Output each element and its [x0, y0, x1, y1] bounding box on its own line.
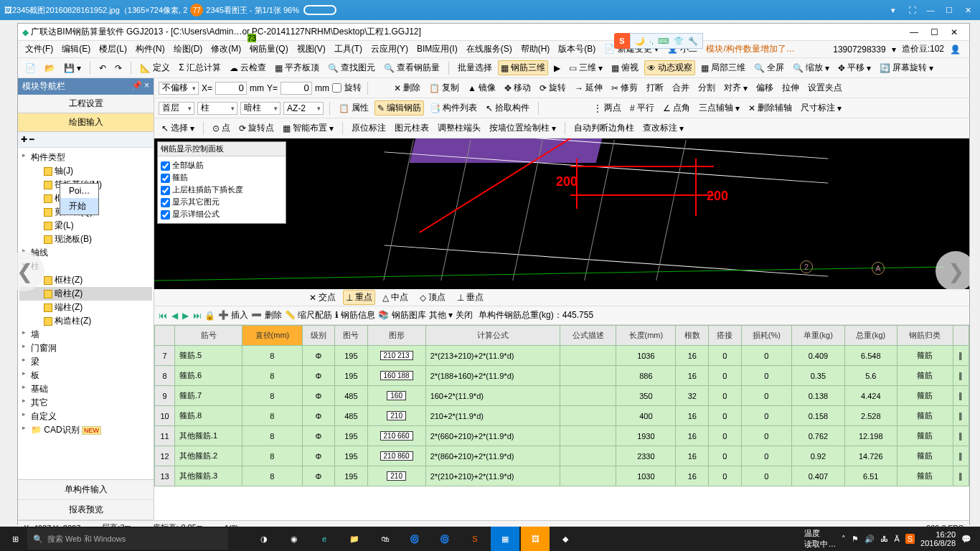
fullscreen-button[interactable]: 🔍 全屏: [751, 60, 787, 75]
other-button[interactable]: 其他 ▾: [429, 309, 453, 321]
cloud-check-button[interactable]: ☁ 云检查: [227, 60, 269, 75]
cell[interactable]: 0.138: [792, 386, 844, 406]
rebar-table[interactable]: 筋号直径(mm)级别图号图形计算公式公式描述长度(mm)根数搭接损耗(%)单重(…: [154, 325, 969, 520]
cell[interactable]: 箍筋: [897, 386, 953, 406]
col-header[interactable]: 搭接: [709, 326, 742, 346]
cell[interactable]: 11: [155, 426, 175, 446]
rebar-qty-button[interactable]: 🔍 查看钢筋量: [381, 60, 443, 75]
point-button[interactable]: ⊙ 点: [209, 121, 233, 136]
cell[interactable]: 箍筋: [897, 366, 953, 386]
tree-leaf-selected[interactable]: 暗柱(Z): [19, 287, 152, 301]
tree-node-wallhole[interactable]: 门窗洞: [19, 342, 152, 355]
rebar-display-panel[interactable]: 钢筋显示控制面板 全部纵筋 箍筋 上层柱插筋下插长度 显示其它图元 显示详细公式: [157, 141, 286, 224]
sum-button[interactable]: Σ 汇总计算: [176, 60, 224, 75]
nav-single-input[interactable]: 单构件输入: [18, 480, 154, 500]
cell[interactable]: 0.409: [792, 346, 844, 366]
cell[interactable]: 350: [616, 386, 676, 406]
cell[interactable]: ‖: [953, 426, 969, 446]
cell[interactable]: 0.35: [792, 366, 844, 386]
tree-node-slab[interactable]: 板: [19, 369, 152, 382]
close-button[interactable]: 关闭: [456, 309, 473, 321]
viewer-maximize-icon[interactable]: ☐: [941, 4, 957, 17]
tray-notifications-icon[interactable]: 💬: [961, 534, 971, 544]
cell[interactable]: ‖: [953, 386, 969, 406]
select-button[interactable]: ↖ 选择 ▾: [159, 121, 197, 136]
rotpoint-button[interactable]: ⟳ 旋转点: [236, 121, 277, 136]
y-input[interactable]: [281, 82, 312, 95]
cell[interactable]: 195: [335, 466, 368, 486]
task-edge-icon[interactable]: e: [310, 527, 339, 551]
nav-pin-icon[interactable]: 📌: [131, 80, 142, 90]
zoom-button[interactable]: 🔍 缩放 ▾: [790, 60, 832, 75]
find-button[interactable]: 🔍 查找图元: [325, 60, 378, 75]
viewer-prev-arrow[interactable]: ❮: [4, 251, 44, 291]
cell[interactable]: 485: [335, 406, 368, 426]
cell[interactable]: 32: [676, 386, 709, 406]
cell[interactable]: ‖: [953, 466, 969, 486]
cell[interactable]: 195: [335, 366, 368, 386]
rebar3d-button[interactable]: ▦ 钢筋三维: [498, 60, 548, 75]
by-wall-button[interactable]: 按墙位置绘制柱 ▾: [486, 121, 559, 136]
cell[interactable]: 210 860: [367, 446, 425, 466]
cell[interactable]: 箍筋: [897, 446, 953, 466]
align-button[interactable]: 对齐 ▾: [721, 80, 750, 95]
cell[interactable]: 箍筋.6: [175, 366, 242, 386]
menu-tool[interactable]: 工具(T): [331, 42, 365, 57]
cell[interactable]: Φ: [302, 466, 335, 486]
cell[interactable]: 1030: [616, 466, 676, 486]
task-viewer-icon[interactable]: 🖼: [521, 527, 550, 551]
tray-ime-a-icon[interactable]: Ă: [894, 534, 899, 543]
next-icon[interactable]: ▶: [182, 311, 189, 321]
app-close-icon[interactable]: ✕: [949, 27, 959, 37]
x-input[interactable]: [215, 82, 247, 95]
cell[interactable]: 0: [709, 386, 742, 406]
stretch-button[interactable]: 拉伸: [779, 80, 802, 95]
col-header[interactable]: 公式描述: [560, 326, 616, 346]
cell[interactable]: 其他箍筋.2: [175, 446, 242, 466]
table-row[interactable]: 8箍筋.68Φ195160 1882*(188+160)+2*(11.9*d)8…: [155, 366, 969, 386]
batch-select-button[interactable]: 批量选择: [455, 60, 495, 75]
dynamic-view-button[interactable]: 👁 动态观察: [644, 60, 695, 75]
tree-leaf[interactable]: 现浇板(B): [19, 232, 152, 246]
app-maximize-icon[interactable]: ☐: [929, 27, 939, 37]
offset-button[interactable]: 偏移: [753, 80, 776, 95]
local3d-button[interactable]: ▦ 局部三维: [698, 60, 748, 75]
cell[interactable]: 0: [741, 426, 792, 446]
tray-up-icon[interactable]: ˄: [842, 534, 846, 544]
cat-combo[interactable]: 柱: [197, 102, 237, 115]
menu-modify[interactable]: 修改(M): [208, 42, 244, 57]
cell[interactable]: 16: [676, 346, 709, 366]
viewer-next-arrow[interactable]: ❯: [936, 251, 976, 291]
task-icon[interactable]: S: [461, 527, 489, 551]
cell[interactable]: 2*(213+210)+2*(11.9*d): [425, 346, 560, 366]
menu-view[interactable]: 视图(V): [294, 42, 329, 57]
cell[interactable]: ‖: [953, 446, 969, 466]
cell[interactable]: 12.198: [844, 426, 897, 446]
col-header[interactable]: 直径(mm): [242, 326, 302, 346]
setpt-button[interactable]: 设置夹点: [805, 80, 845, 95]
cell[interactable]: 16: [676, 426, 709, 446]
floor-combo[interactable]: 首层: [159, 102, 194, 115]
cell[interactable]: Φ: [302, 446, 335, 466]
cell[interactable]: 2*(660+210)+2*(11.9*d): [425, 426, 560, 446]
cell[interactable]: 8: [242, 406, 302, 426]
cell[interactable]: 0.158: [792, 406, 844, 426]
cell[interactable]: 8: [155, 366, 175, 386]
split-button[interactable]: 分割: [695, 80, 718, 95]
cell[interactable]: 160 188: [367, 366, 425, 386]
cell[interactable]: 6.548: [844, 346, 897, 366]
cell[interactable]: 195: [335, 446, 368, 466]
cell[interactable]: 2330: [616, 446, 676, 466]
origin-annot-button[interactable]: 原位标注: [349, 121, 389, 136]
cell[interactable]: 8: [242, 446, 302, 466]
angle-button[interactable]: ∠ 点角: [660, 100, 693, 116]
table-row[interactable]: 12其他箍筋.28Φ195210 8602*(860+210)+2*(11.9*…: [155, 446, 969, 466]
table-row[interactable]: 10箍筋.88Φ485210210+2*(11.9*d)40016000.158…: [155, 406, 969, 426]
col-header[interactable]: 计算公式: [425, 326, 560, 346]
cell[interactable]: 0: [709, 446, 742, 466]
menu-online[interactable]: 在线服务(S): [463, 42, 515, 57]
parallel-button[interactable]: # 平行: [627, 100, 657, 116]
menu-rebar[interactable]: 钢筋量(Q): [247, 42, 291, 57]
rebar-info-button[interactable]: ℹ 钢筋信息: [335, 309, 375, 321]
ime-shirt-icon[interactable]: 👕: [674, 37, 684, 46]
